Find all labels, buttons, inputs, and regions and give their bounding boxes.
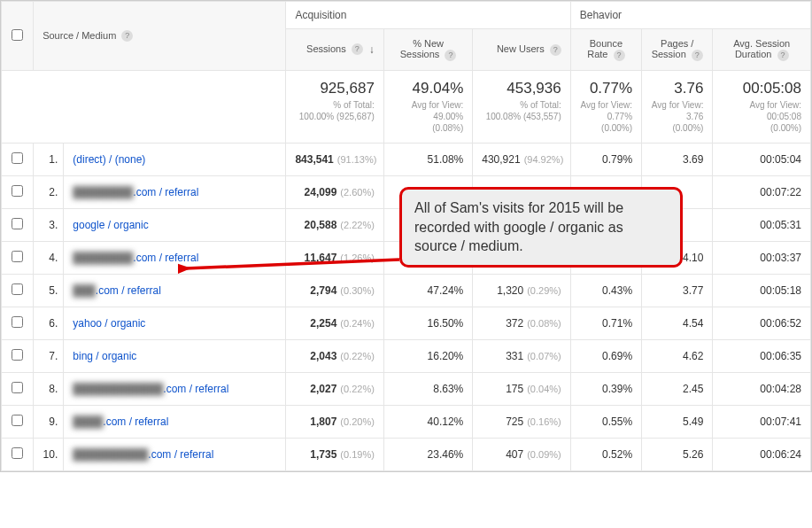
group-acquisition: Acquisition bbox=[286, 2, 570, 29]
row-select-cell bbox=[2, 405, 34, 438]
row-select-cell bbox=[2, 372, 34, 405]
source-medium-link[interactable]: yahoo / organic bbox=[64, 307, 286, 339]
row-checkbox[interactable] bbox=[12, 316, 23, 328]
source-medium-link[interactable]: ████.com / referral bbox=[64, 405, 286, 438]
source-medium-link[interactable]: ████████████.com / referral bbox=[64, 372, 286, 405]
row-checkbox[interactable] bbox=[12, 218, 23, 229]
help-icon[interactable]: ? bbox=[121, 30, 133, 42]
help-icon[interactable]: ? bbox=[692, 50, 703, 61]
annotation-arrow-icon bbox=[178, 256, 408, 283]
row-number: 10. bbox=[34, 438, 64, 470]
summary-row: 925,687% of Total:100.00% (925,687) 49.0… bbox=[2, 70, 811, 143]
row-checkbox[interactable] bbox=[12, 447, 23, 459]
row-number: 4. bbox=[34, 241, 64, 274]
source-medium-link[interactable]: google / organic bbox=[64, 208, 286, 241]
select-all-checkbox[interactable] bbox=[12, 29, 23, 41]
duration-cell: 00:05:18 bbox=[713, 274, 811, 307]
row-select-cell bbox=[2, 241, 34, 274]
pages-cell: 5.26 bbox=[642, 438, 713, 470]
summary-pct-new: 49.04%Avg for View:49.00%(0.08%) bbox=[383, 70, 472, 143]
new-users-cell: 372(0.08%) bbox=[473, 307, 570, 339]
bounce-cell: 0.43% bbox=[570, 274, 641, 307]
table-row: 1.(direct) / (none)843,541(91.13%)51.08%… bbox=[2, 143, 811, 175]
row-checkbox[interactable] bbox=[12, 185, 23, 197]
help-icon[interactable]: ? bbox=[445, 50, 456, 61]
new-users-cell: 725(0.16%) bbox=[473, 405, 570, 438]
row-number: 7. bbox=[34, 339, 64, 372]
summary-sessions: 925,687% of Total:100.00% (925,687) bbox=[286, 70, 383, 143]
help-icon[interactable]: ? bbox=[777, 50, 789, 61]
summary-duration: 00:05:08Avg for View:00:05:08(0.00%) bbox=[713, 70, 811, 143]
duration-cell: 00:05:04 bbox=[713, 143, 811, 175]
row-checkbox[interactable] bbox=[12, 382, 23, 393]
row-checkbox[interactable] bbox=[12, 415, 23, 426]
duration-cell: 00:05:31 bbox=[713, 208, 811, 241]
new-users-cell: 331(0.07%) bbox=[473, 339, 570, 372]
duration-cell: 00:07:41 bbox=[713, 405, 811, 438]
row-number: 1. bbox=[34, 143, 64, 175]
col-new-users[interactable]: New Users ? bbox=[473, 29, 570, 71]
sessions-cell: 2,254(0.24%) bbox=[286, 307, 383, 339]
row-select-cell bbox=[2, 438, 34, 470]
pct-new-cell: 40.12% bbox=[383, 405, 472, 438]
col-bounce-rate[interactable]: Bounce Rate ? bbox=[570, 29, 641, 71]
col-pages-session[interactable]: Pages / Session ? bbox=[642, 29, 713, 71]
row-checkbox[interactable] bbox=[12, 152, 23, 164]
pct-new-cell: 16.50% bbox=[383, 307, 472, 339]
duration-cell: 00:06:35 bbox=[713, 339, 811, 372]
col-label: Source / Medium bbox=[43, 30, 116, 41]
row-select-cell bbox=[2, 208, 34, 241]
pages-cell: 4.62 bbox=[642, 339, 713, 372]
sessions-cell: 20,588(2.22%) bbox=[286, 208, 383, 241]
table-row: 6.yahoo / organic2,254(0.24%)16.50%372(0… bbox=[2, 307, 811, 339]
table-row: 9.████.com / referral1,807(0.20%)40.12%7… bbox=[2, 405, 811, 438]
duration-cell: 00:07:22 bbox=[713, 175, 811, 208]
col-avg-duration[interactable]: Avg. Session Duration ? bbox=[713, 29, 811, 71]
pct-new-cell: 16.20% bbox=[383, 339, 472, 372]
sort-desc-icon: ↓ bbox=[369, 43, 375, 56]
bounce-cell: 0.69% bbox=[570, 339, 641, 372]
help-icon[interactable]: ? bbox=[352, 43, 363, 55]
callout-text: All of Sam's visits for 2015 will be rec… bbox=[414, 200, 623, 253]
source-medium-link[interactable]: ██████████.com / referral bbox=[64, 438, 286, 470]
duration-cell: 00:06:24 bbox=[713, 438, 811, 470]
summary-bounce: 0.77%Avg for View:0.77%(0.00%) bbox=[570, 70, 641, 143]
col-source-medium[interactable]: Source / Medium ? bbox=[34, 2, 286, 71]
new-users-cell: 430,921(94.92%) bbox=[473, 143, 570, 175]
sessions-cell: 2,027(0.22%) bbox=[286, 372, 383, 405]
pct-new-cell: 8.63% bbox=[383, 372, 472, 405]
row-checkbox[interactable] bbox=[12, 349, 23, 361]
row-checkbox[interactable] bbox=[12, 251, 23, 262]
summary-new-users: 453,936% of Total:100.08% (453,557) bbox=[473, 70, 570, 143]
group-behavior: Behavior bbox=[570, 2, 810, 29]
bounce-cell: 0.39% bbox=[570, 372, 641, 405]
table-row: 10.██████████.com / referral1,735(0.19%)… bbox=[2, 438, 811, 470]
row-number: 3. bbox=[34, 208, 64, 241]
pages-cell: 3.69 bbox=[642, 143, 713, 175]
help-icon[interactable]: ? bbox=[614, 50, 625, 61]
row-number: 5. bbox=[34, 274, 64, 307]
source-medium-link[interactable]: bing / organic bbox=[64, 339, 286, 372]
new-users-cell: 1,320(0.29%) bbox=[473, 274, 570, 307]
pages-cell: 4.54 bbox=[642, 307, 713, 339]
source-medium-link[interactable]: ████████.com / referral bbox=[64, 175, 286, 208]
row-checkbox[interactable] bbox=[12, 283, 23, 295]
help-icon[interactable]: ? bbox=[550, 44, 561, 56]
summary-pages: 3.76Avg for View:3.76(0.00%) bbox=[642, 70, 713, 143]
row-select-cell bbox=[2, 339, 34, 372]
new-users-cell: 407(0.09%) bbox=[473, 438, 570, 470]
col-sessions[interactable]: Sessions ? ↓ bbox=[286, 29, 383, 71]
pages-cell: 3.77 bbox=[642, 274, 713, 307]
pages-cell: 5.49 bbox=[642, 405, 713, 438]
sessions-cell: 2,043(0.22%) bbox=[286, 339, 383, 372]
row-number: 8. bbox=[34, 372, 64, 405]
sessions-cell: 843,541(91.13%) bbox=[286, 143, 383, 175]
row-select-cell bbox=[2, 175, 34, 208]
source-medium-link[interactable]: (direct) / (none) bbox=[64, 143, 286, 175]
pct-new-cell: 23.46% bbox=[383, 438, 472, 470]
new-users-cell: 175(0.04%) bbox=[473, 372, 570, 405]
row-number: 6. bbox=[34, 307, 64, 339]
table-row: 8.████████████.com / referral2,027(0.22%… bbox=[2, 372, 811, 405]
col-pct-new-sessions[interactable]: % New Sessions ? bbox=[383, 29, 472, 71]
pages-cell: 2.45 bbox=[642, 372, 713, 405]
